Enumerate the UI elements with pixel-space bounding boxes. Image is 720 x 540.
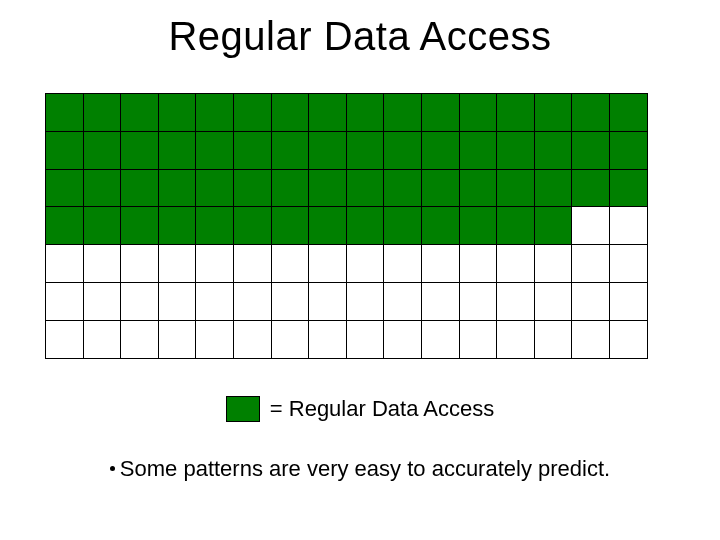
cell-filled bbox=[571, 131, 610, 170]
cell-empty bbox=[571, 244, 610, 283]
cell-empty bbox=[195, 244, 234, 283]
cell-filled bbox=[346, 131, 385, 170]
cell-empty bbox=[609, 206, 648, 245]
cell-empty bbox=[609, 244, 648, 283]
cell-filled bbox=[346, 169, 385, 208]
cell-filled bbox=[308, 131, 347, 170]
cell-filled bbox=[534, 206, 573, 245]
cell-filled bbox=[383, 206, 422, 245]
cell-empty bbox=[383, 282, 422, 321]
cell-filled bbox=[45, 206, 84, 245]
grid-row bbox=[46, 132, 648, 170]
cell-empty bbox=[271, 244, 310, 283]
cell-empty bbox=[534, 244, 573, 283]
cell-filled bbox=[120, 131, 159, 170]
cell-filled bbox=[233, 169, 272, 208]
cell-empty bbox=[534, 282, 573, 321]
cell-empty bbox=[383, 320, 422, 359]
cell-filled bbox=[158, 169, 197, 208]
bullet-text: Some patterns are very easy to accuratel… bbox=[120, 456, 610, 481]
cell-filled bbox=[459, 131, 498, 170]
cell-empty bbox=[83, 282, 122, 321]
cell-empty bbox=[346, 244, 385, 283]
cell-filled bbox=[120, 169, 159, 208]
cell-empty bbox=[496, 282, 535, 321]
cell-filled bbox=[459, 206, 498, 245]
cell-filled bbox=[421, 131, 460, 170]
cell-empty bbox=[609, 282, 648, 321]
cell-filled bbox=[421, 93, 460, 132]
cell-empty bbox=[534, 320, 573, 359]
cell-empty bbox=[233, 282, 272, 321]
cell-empty bbox=[421, 320, 460, 359]
cell-filled bbox=[271, 206, 310, 245]
cell-empty bbox=[45, 282, 84, 321]
cell-filled bbox=[383, 131, 422, 170]
cell-filled bbox=[308, 169, 347, 208]
legend: = Regular Data Access bbox=[0, 396, 720, 422]
cell-filled bbox=[45, 93, 84, 132]
cell-empty bbox=[459, 282, 498, 321]
cell-filled bbox=[158, 206, 197, 245]
cell-empty bbox=[346, 320, 385, 359]
cell-empty bbox=[158, 282, 197, 321]
cell-empty bbox=[496, 244, 535, 283]
cell-empty bbox=[45, 320, 84, 359]
cell-filled bbox=[233, 131, 272, 170]
cell-empty bbox=[120, 244, 159, 283]
cell-filled bbox=[421, 206, 460, 245]
cell-filled bbox=[83, 93, 122, 132]
bullet-line: Some patterns are very easy to accuratel… bbox=[0, 456, 720, 482]
cell-empty bbox=[571, 206, 610, 245]
cell-filled bbox=[308, 93, 347, 132]
cell-empty bbox=[271, 282, 310, 321]
cell-filled bbox=[83, 169, 122, 208]
cell-filled bbox=[459, 169, 498, 208]
cell-filled bbox=[308, 206, 347, 245]
cell-empty bbox=[120, 282, 159, 321]
cell-filled bbox=[609, 169, 648, 208]
cell-filled bbox=[271, 131, 310, 170]
cell-filled bbox=[195, 206, 234, 245]
cell-empty bbox=[83, 244, 122, 283]
cell-filled bbox=[383, 93, 422, 132]
cell-filled bbox=[45, 169, 84, 208]
cell-filled bbox=[271, 93, 310, 132]
grid-row bbox=[46, 207, 648, 245]
cell-filled bbox=[195, 93, 234, 132]
cell-empty bbox=[158, 320, 197, 359]
cell-filled bbox=[158, 93, 197, 132]
cell-filled bbox=[271, 169, 310, 208]
cell-filled bbox=[496, 169, 535, 208]
grid-row bbox=[46, 321, 648, 359]
slide: Regular Data Access = Regular Data Acces… bbox=[0, 0, 720, 540]
cell-filled bbox=[496, 93, 535, 132]
cell-empty bbox=[459, 244, 498, 283]
cell-filled bbox=[534, 169, 573, 208]
cell-empty bbox=[308, 244, 347, 283]
cell-empty bbox=[346, 282, 385, 321]
cell-filled bbox=[195, 169, 234, 208]
cell-empty bbox=[383, 244, 422, 283]
grid-row bbox=[46, 94, 648, 132]
cell-empty bbox=[83, 320, 122, 359]
cell-empty bbox=[195, 320, 234, 359]
cell-filled bbox=[534, 93, 573, 132]
cell-empty bbox=[571, 320, 610, 359]
cell-empty bbox=[609, 320, 648, 359]
cell-filled bbox=[496, 131, 535, 170]
cell-filled bbox=[346, 206, 385, 245]
cell-empty bbox=[571, 282, 610, 321]
cell-empty bbox=[158, 244, 197, 283]
cell-filled bbox=[571, 93, 610, 132]
cell-empty bbox=[195, 282, 234, 321]
cell-filled bbox=[383, 169, 422, 208]
cell-empty bbox=[459, 320, 498, 359]
cell-filled bbox=[158, 131, 197, 170]
slide-title: Regular Data Access bbox=[0, 14, 720, 59]
cell-empty bbox=[233, 320, 272, 359]
cell-filled bbox=[609, 131, 648, 170]
grid-row bbox=[46, 283, 648, 321]
access-grid bbox=[46, 94, 648, 359]
legend-swatch bbox=[226, 396, 260, 422]
